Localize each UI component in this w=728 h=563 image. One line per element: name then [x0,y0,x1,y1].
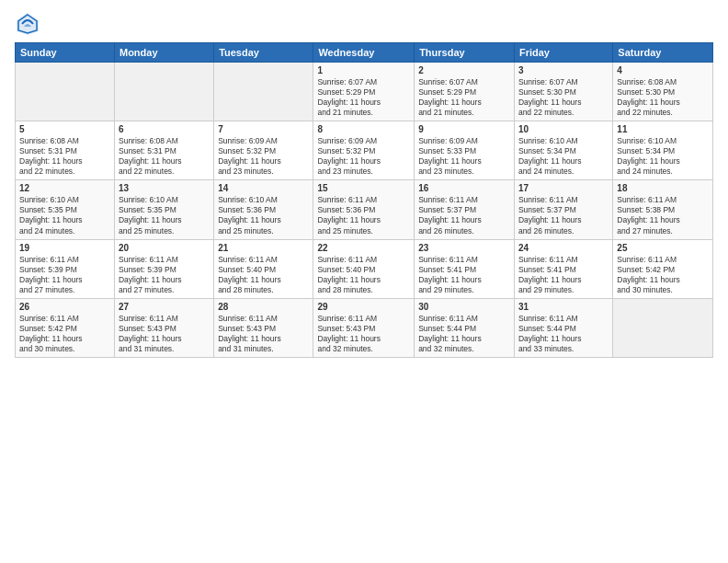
day-cell: 11Sunrise: 6:10 AM Sunset: 5:34 PM Dayli… [613,121,713,180]
day-cell: 30Sunrise: 6:11 AM Sunset: 5:44 PM Dayli… [415,298,515,357]
day-info: Sunrise: 6:10 AM Sunset: 5:34 PM Dayligh… [617,136,709,177]
day-cell: 22Sunrise: 6:11 AM Sunset: 5:40 PM Dayli… [313,239,415,298]
week-row-4: 19Sunrise: 6:11 AM Sunset: 5:39 PM Dayli… [16,239,713,298]
day-cell [214,63,313,121]
day-info: Sunrise: 6:11 AM Sunset: 5:36 PM Dayligh… [317,195,410,236]
day-cell: 9Sunrise: 6:09 AM Sunset: 5:33 PM Daylig… [415,121,515,180]
day-info: Sunrise: 6:09 AM Sunset: 5:33 PM Dayligh… [418,136,510,177]
day-cell: 26Sunrise: 6:11 AM Sunset: 5:42 PM Dayli… [16,298,115,357]
day-info: Sunrise: 6:09 AM Sunset: 5:32 PM Dayligh… [218,136,309,177]
day-cell: 12Sunrise: 6:10 AM Sunset: 5:35 PM Dayli… [16,180,115,239]
day-info: Sunrise: 6:11 AM Sunset: 5:39 PM Dayligh… [19,255,110,295]
day-info: Sunrise: 6:11 AM Sunset: 5:37 PM Dayligh… [518,195,609,236]
day-number: 27 [119,302,210,312]
day-cell: 29Sunrise: 6:11 AM Sunset: 5:43 PM Dayli… [313,298,415,357]
day-info: Sunrise: 6:11 AM Sunset: 5:37 PM Dayligh… [418,195,510,236]
day-number: 8 [317,124,410,134]
day-info: Sunrise: 6:10 AM Sunset: 5:36 PM Dayligh… [218,195,309,236]
calendar-header: SundayMondayTuesdayWednesdayThursdayFrid… [16,43,713,63]
day-number: 13 [119,183,210,193]
day-cell [613,298,713,357]
day-number: 29 [317,302,410,312]
day-number: 1 [317,65,410,75]
day-info: Sunrise: 6:07 AM Sunset: 5:29 PM Dayligh… [418,77,510,118]
day-number: 18 [617,183,709,193]
day-number: 7 [218,124,309,134]
day-info: Sunrise: 6:11 AM Sunset: 5:43 PM Dayligh… [317,314,410,354]
day-number: 26 [19,302,110,312]
day-info: Sunrise: 6:10 AM Sunset: 5:35 PM Dayligh… [119,195,210,236]
day-info: Sunrise: 6:11 AM Sunset: 5:40 PM Dayligh… [317,255,410,295]
day-number: 22 [317,243,410,253]
day-cell: 5Sunrise: 6:08 AM Sunset: 5:31 PM Daylig… [16,121,115,180]
week-row-1: 1Sunrise: 6:07 AM Sunset: 5:29 PM Daylig… [16,63,713,121]
day-cell: 3Sunrise: 6:07 AM Sunset: 5:30 PM Daylig… [514,63,612,121]
day-info: Sunrise: 6:10 AM Sunset: 5:35 PM Dayligh… [19,195,110,236]
day-info: Sunrise: 6:08 AM Sunset: 5:30 PM Dayligh… [617,77,709,118]
day-number: 28 [218,302,309,312]
day-cell: 27Sunrise: 6:11 AM Sunset: 5:43 PM Dayli… [114,298,213,357]
day-number: 21 [218,243,309,253]
day-number: 20 [119,243,210,253]
day-info: Sunrise: 6:11 AM Sunset: 5:43 PM Dayligh… [119,314,210,354]
day-info: Sunrise: 6:11 AM Sunset: 5:38 PM Dayligh… [617,195,709,236]
day-info: Sunrise: 6:07 AM Sunset: 5:29 PM Dayligh… [317,77,410,118]
day-cell: 23Sunrise: 6:11 AM Sunset: 5:41 PM Dayli… [415,239,515,298]
day-cell: 31Sunrise: 6:11 AM Sunset: 5:44 PM Dayli… [514,298,612,357]
day-cell: 4Sunrise: 6:08 AM Sunset: 5:30 PM Daylig… [613,63,713,121]
day-cell: 25Sunrise: 6:11 AM Sunset: 5:42 PM Dayli… [613,239,713,298]
day-number: 6 [119,124,210,134]
day-cell: 28Sunrise: 6:11 AM Sunset: 5:43 PM Dayli… [214,298,313,357]
header-cell-tuesday: Tuesday [214,43,313,63]
day-number: 24 [518,243,609,253]
header-row: SundayMondayTuesdayWednesdayThursdayFrid… [16,43,713,63]
calendar-table: SundayMondayTuesdayWednesdayThursdayFrid… [15,42,713,358]
day-cell: 2Sunrise: 6:07 AM Sunset: 5:29 PM Daylig… [415,63,515,121]
header-cell-sunday: Sunday [16,43,115,63]
day-number: 9 [418,124,510,134]
day-number: 31 [518,302,609,312]
day-info: Sunrise: 6:08 AM Sunset: 5:31 PM Dayligh… [19,136,110,177]
day-cell: 24Sunrise: 6:11 AM Sunset: 5:41 PM Dayli… [514,239,612,298]
day-cell: 15Sunrise: 6:11 AM Sunset: 5:36 PM Dayli… [313,180,415,239]
day-number: 5 [19,124,110,134]
day-info: Sunrise: 6:11 AM Sunset: 5:43 PM Dayligh… [218,314,309,354]
day-cell: 1Sunrise: 6:07 AM Sunset: 5:29 PM Daylig… [313,63,415,121]
day-number: 17 [518,183,609,193]
day-number: 14 [218,183,309,193]
day-cell: 20Sunrise: 6:11 AM Sunset: 5:39 PM Dayli… [114,239,213,298]
day-number: 19 [19,243,110,253]
day-cell: 16Sunrise: 6:11 AM Sunset: 5:37 PM Dayli… [415,180,515,239]
day-info: Sunrise: 6:10 AM Sunset: 5:34 PM Dayligh… [518,136,609,177]
day-number: 4 [617,65,709,75]
day-number: 30 [418,302,510,312]
day-cell [114,63,213,121]
day-info: Sunrise: 6:08 AM Sunset: 5:31 PM Dayligh… [119,136,210,177]
day-info: Sunrise: 6:09 AM Sunset: 5:32 PM Dayligh… [317,136,410,177]
header-cell-wednesday: Wednesday [313,43,415,63]
day-number: 16 [418,183,510,193]
day-cell: 21Sunrise: 6:11 AM Sunset: 5:40 PM Dayli… [214,239,313,298]
week-row-3: 12Sunrise: 6:10 AM Sunset: 5:35 PM Dayli… [16,180,713,239]
day-cell: 10Sunrise: 6:10 AM Sunset: 5:34 PM Dayli… [514,121,612,180]
page: SundayMondayTuesdayWednesdayThursdayFrid… [0,0,728,563]
day-number: 2 [418,65,510,75]
header [15,11,713,37]
day-info: Sunrise: 6:11 AM Sunset: 5:41 PM Dayligh… [418,255,510,295]
day-number: 11 [617,124,709,134]
day-info: Sunrise: 6:11 AM Sunset: 5:42 PM Dayligh… [19,314,110,354]
day-number: 23 [418,243,510,253]
day-cell: 13Sunrise: 6:10 AM Sunset: 5:35 PM Dayli… [114,180,213,239]
week-row-5: 26Sunrise: 6:11 AM Sunset: 5:42 PM Dayli… [16,298,713,357]
calendar-body: 1Sunrise: 6:07 AM Sunset: 5:29 PM Daylig… [16,63,713,358]
day-info: Sunrise: 6:11 AM Sunset: 5:41 PM Dayligh… [518,255,609,295]
header-cell-saturday: Saturday [613,43,713,63]
day-cell: 8Sunrise: 6:09 AM Sunset: 5:32 PM Daylig… [313,121,415,180]
day-cell: 18Sunrise: 6:11 AM Sunset: 5:38 PM Dayli… [613,180,713,239]
day-cell: 6Sunrise: 6:08 AM Sunset: 5:31 PM Daylig… [114,121,213,180]
day-number: 3 [518,65,609,75]
day-info: Sunrise: 6:11 AM Sunset: 5:40 PM Dayligh… [218,255,309,295]
day-cell: 17Sunrise: 6:11 AM Sunset: 5:37 PM Dayli… [514,180,612,239]
day-number: 10 [518,124,609,134]
header-cell-friday: Friday [514,43,612,63]
